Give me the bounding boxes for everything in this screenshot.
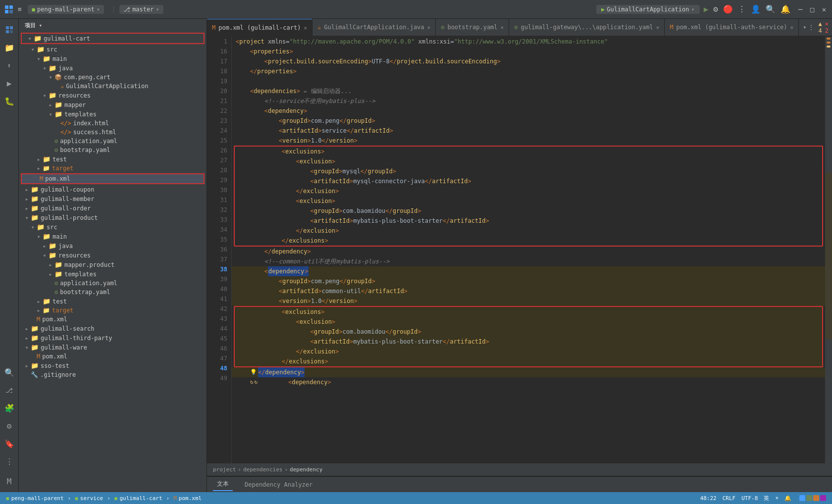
tab-dep-label: Dependency Analyzer <box>245 481 312 488</box>
tab-bootstrap[interactable]: ⚙ bootstrap.yaml ✕ <box>436 19 509 36</box>
settings-icon[interactable]: ⚙ <box>713 4 718 14</box>
tree-item-application-yaml[interactable]: ▸ ⚙ application.yaml <box>19 137 207 146</box>
notifications-icon[interactable]: 🔔 <box>780 4 790 14</box>
status-notifications[interactable]: 🔔 <box>784 495 791 502</box>
debug-icon[interactable]: 🔴 <box>723 4 733 14</box>
breadcrumb-project[interactable]: project <box>213 466 236 473</box>
breadcrumb-dependencies[interactable]: dependencies <box>243 466 282 473</box>
tab-overflow[interactable]: ▾ ⋮ <box>799 24 818 31</box>
tab-close-button[interactable]: ✕ <box>656 24 660 31</box>
tree-item-java-product[interactable]: ▸ 📁 java <box>19 241 207 251</box>
tab-close-button[interactable]: ✕ <box>427 24 431 31</box>
branch-selector[interactable]: ⎇ master ▾ <box>119 5 163 14</box>
status-pom-xml[interactable]: M pom.xml <box>173 495 202 502</box>
tree-label: main <box>52 55 67 62</box>
code-line: <groupId>com.baomidou</groupId> <box>235 206 822 216</box>
status-gulimall-cart[interactable]: ◼ gulimall-cart <box>114 495 162 502</box>
tree-item-success-html[interactable]: ▸ </> success.html <box>19 128 207 137</box>
tree-item-gulimall-search[interactable]: ▸ 📁 gulimall-search <box>19 324 207 333</box>
activity-debug[interactable]: 🐛 <box>1 93 17 109</box>
tree-item-target-product[interactable]: ▸ 📁 target <box>19 306 207 315</box>
tab-dependency-analyzer[interactable]: Dependency Analyzer <box>241 479 316 490</box>
project-selector[interactable]: ◼ peng-mall-parent ▾ <box>28 5 104 14</box>
tab-pom-cart[interactable]: M pom.xml (gulimall-cart) ✕ <box>207 19 312 36</box>
folder-icon: 📁 <box>31 195 39 202</box>
breadcrumb-dependency[interactable]: dependency <box>290 466 322 473</box>
code-line: <properties> <box>232 47 825 56</box>
code-editor[interactable]: <project xmlns="http://maven.apache.org/… <box>232 37 825 463</box>
more-icon[interactable]: ⋮ <box>738 4 746 14</box>
tree-item-src-product[interactable]: ▾ 📁 src <box>19 222 207 232</box>
tab-close-button[interactable]: ✕ <box>304 25 307 31</box>
tree-item-bootstrap-yaml[interactable]: ▸ ⚙ bootstrap.yaml <box>19 146 207 154</box>
tree-item-gulimall-product[interactable]: ▾ 📁 gulimall-product <box>19 213 207 222</box>
tree-item-pom-product[interactable]: ▸ M pom.xml <box>19 315 207 324</box>
tree-item-mapper-product[interactable]: ▸ 📁 mapper.product <box>19 260 207 269</box>
status-language[interactable]: 英 <box>764 495 769 502</box>
tree-item-test-product[interactable]: ▸ 📁 test <box>19 297 207 306</box>
activity-git[interactable]: ⎇ <box>1 382 17 398</box>
tree-item-gulimall-third-party[interactable]: ▸ 📁 gulimall-third-party <box>19 333 207 343</box>
tree-item-gitignore[interactable]: ▸ 🔧 .gitignore <box>19 370 207 379</box>
activity-more[interactable]: ⋮ <box>1 454 17 469</box>
activity-home[interactable] <box>1 22 17 38</box>
tree-item-pom-ware[interactable]: ▸ M pom.xml <box>19 352 207 361</box>
activity-run[interactable]: ▶ <box>1 75 17 91</box>
tab-gateway-app[interactable]: ⚙ gulimall-gateway\...\application.yaml … <box>509 19 665 36</box>
folder-icon: 📁 <box>31 214 39 221</box>
status-cursor-position[interactable]: 48:22 <box>700 495 717 502</box>
run-config-selector[interactable]: ▶ GulimallCartApplication ▾ <box>596 5 700 14</box>
activity-project[interactable]: 📁 <box>1 40 17 55</box>
tree-item-app-yaml-product[interactable]: ▸ ⚙ application.yaml <box>19 279 207 288</box>
tab-bar: M pom.xml (gulimall-cart) ✕ ☕ GulimallCa… <box>207 19 832 37</box>
tab-cart-app[interactable]: ☕ GulimallCartApplication.java ✕ <box>312 19 436 36</box>
tree-item-gulimall-cart-app[interactable]: ▸ ☕ GulimallCartApplication <box>19 82 207 91</box>
tree-item-gulimall-order[interactable]: ▸ 📁 gulimall-order <box>19 203 207 213</box>
tree-item-pom-xml[interactable]: ▸ M pom.xml <box>21 173 205 184</box>
tree-item-java[interactable]: ▾ 📁 java <box>19 63 207 73</box>
hamburger-menu[interactable]: ≡ <box>18 5 22 13</box>
tree-item-target[interactable]: ▸ 📁 target <box>19 164 207 173</box>
tab-close-button[interactable]: ✕ <box>501 24 504 31</box>
maximize-button[interactable]: □ <box>808 5 816 13</box>
account-icon[interactable]: 👤 <box>751 4 761 14</box>
tree-item-bootstrap-yaml-product[interactable]: ▸ ⚙ bootstrap.yaml <box>19 288 207 297</box>
tree-item-gulimall-ware[interactable]: ▾ 📁 gulimall-ware <box>19 343 207 352</box>
tree-item-gulimall-coupon[interactable]: ▸ 📁 gulimall-coupon <box>19 185 207 194</box>
tree-item-mapper[interactable]: ▸ 📁 mapper <box>19 100 207 109</box>
activity-structure[interactable]: M <box>1 473 17 489</box>
activity-commit[interactable]: ⬆ <box>1 57 17 73</box>
tree-item-gulimall-cart[interactable]: ▾ 📁 gulimall-cart <box>21 33 205 44</box>
tree-item-sso-test[interactable]: ▸ 📁 sso-test <box>19 361 207 370</box>
minimize-button[interactable]: ─ <box>796 5 804 13</box>
activity-plugins[interactable]: 🧩 <box>1 400 17 416</box>
tree-item-templates[interactable]: ▾ 📁 templates <box>19 109 207 119</box>
tree-item-package[interactable]: ▾ 📦 com.peng.cart <box>19 73 207 82</box>
tree-item-main-product[interactable]: ▾ 📁 main <box>19 232 207 241</box>
tab-text[interactable]: 文本 <box>213 478 233 491</box>
status-theme[interactable]: ☀ <box>775 495 779 502</box>
status-project[interactable]: ◼ peng-mall-parent <box>6 495 64 502</box>
status-encoding[interactable]: UTF-8 <box>741 495 758 502</box>
status-service[interactable]: ◼ service <box>75 495 103 502</box>
close-button[interactable]: ✕ <box>820 5 828 13</box>
status-line-ending[interactable]: CRLF <box>723 495 736 502</box>
indicator-orange <box>813 495 819 501</box>
activity-bookmark[interactable]: 🔖 <box>1 436 17 452</box>
activity-search[interactable]: 🔍 <box>1 364 17 380</box>
scrollbar[interactable] <box>825 37 832 463</box>
tree-item-templates-product[interactable]: ▸ 📁 templates <box>19 269 207 279</box>
tree-item-gulimall-member[interactable]: ▸ 📁 gulimall-member <box>19 194 207 203</box>
tree-item-resources-product[interactable]: ▾ 📁 resources <box>19 251 207 260</box>
search-icon[interactable]: 🔍 <box>766 4 776 14</box>
tab-pom-auth[interactable]: M pom.xml (gulimall-auth-service) ✕ <box>665 19 799 36</box>
tree-item-src[interactable]: ▾ 📁 src <box>19 45 207 54</box>
status-bar: ◼ peng-mall-parent › ◼ service › ◼ gulim… <box>0 492 832 504</box>
activity-settings[interactable]: ⚙ <box>1 418 17 434</box>
run-icon[interactable]: ▶ <box>704 4 709 14</box>
tree-item-index-html[interactable]: ▸ </> index.html <box>19 119 207 128</box>
tree-item-main[interactable]: ▾ 📁 main <box>19 54 207 63</box>
tree-item-test[interactable]: ▸ 📁 test <box>19 154 207 164</box>
tree-item-resources[interactable]: ▾ 📁 resources <box>19 91 207 100</box>
tab-close-button[interactable]: ✕ <box>790 24 794 31</box>
